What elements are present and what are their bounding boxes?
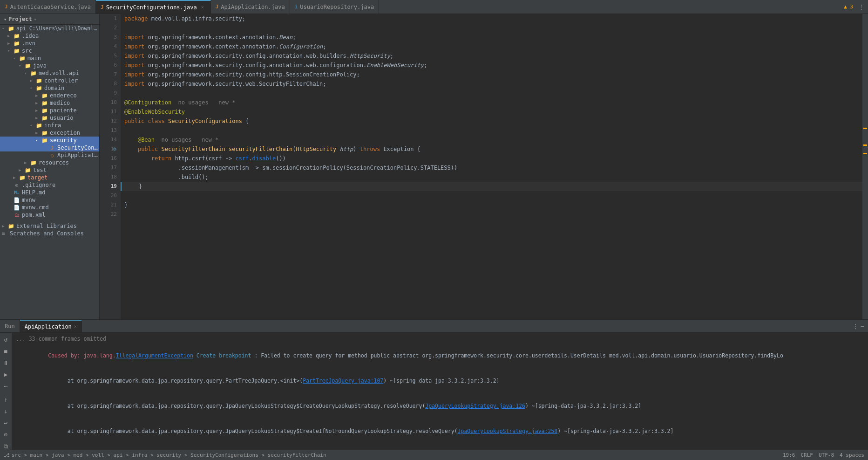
tree-item-pom-xml[interactable]: 🗂 pom.xml — [0, 211, 99, 219]
console-line-stack-2: at org.springframework.data.jpa.reposito… — [16, 393, 864, 419]
editor-scroll-area[interactable]: 1 2 3 4 5 6 7 8 9 10 11 12 13 14 — [100, 14, 868, 319]
tree-item-mvnw-cmd[interactable]: 📄 mvnw.cmd — [0, 204, 99, 211]
rerun-button[interactable]: ↺ — [3, 335, 9, 344]
tree-item-src[interactable]: ▾ 📁 src — [0, 47, 99, 55]
stack-link-3[interactable]: JpaQueryLookupStrategy.java:258 — [458, 428, 558, 434]
tree-item-mvn[interactable]: ▶ 📁 .mvn — [0, 40, 99, 47]
tree-item-security[interactable]: ▾ 📁 security — [0, 137, 99, 144]
folder-icon-target: 📁 — [19, 174, 26, 181]
pause-button[interactable]: ⏸ — [1, 358, 10, 368]
label-idea: .idea — [22, 33, 39, 39]
editor-area: 1 2 3 4 5 6 7 8 9 10 11 12 13 14 — [100, 14, 868, 319]
code-line-1: package med.voll.api.infra.security; — [121, 14, 862, 23]
git-branch-icon: ⎇ — [4, 452, 10, 458]
right-marker-1 — [863, 128, 867, 129]
arrow-api-root: ▾ — [2, 26, 7, 31]
tree-item-med-voll-api[interactable]: ▾ 📁 med.voll.api — [0, 69, 99, 77]
tab-security[interactable]: J SecurityConfigurations.java × — [96, 0, 211, 14]
right-marker-3 — [863, 153, 867, 154]
status-position[interactable]: 19:6 — [783, 452, 795, 458]
label-exception: exception — [50, 130, 80, 136]
tab-usuario-label: UsuarioRepository.java — [300, 4, 374, 10]
resume-button[interactable]: ▶ — [3, 370, 9, 379]
status-encoding[interactable]: UTF-8 — [819, 452, 834, 458]
tree-item-controller[interactable]: ▶ 📁 controller — [0, 77, 99, 84]
tree-item-endereco[interactable]: ▶ 📁 endereco — [0, 92, 99, 99]
console-line-caused-1: Caused by: java.lang.IllegalArgumentExce… — [16, 343, 864, 368]
wrap-button[interactable]: ↩ — [3, 418, 9, 428]
tree-item-mvnw[interactable]: 📄 mvnw — [0, 196, 99, 204]
code-line-14: @Bean no usages new * — [121, 135, 862, 144]
caused-link-1[interactable]: IllegalArgumentException — [116, 352, 193, 359]
console-line-stack-3: at org.springframework.data.jpa.reposito… — [16, 419, 864, 444]
tree-item-main[interactable]: ▾ 📁 main — [0, 55, 99, 62]
scroll-down-button[interactable]: ↓ — [3, 406, 9, 416]
arrow-infra: ▾ — [30, 123, 35, 128]
arrow-java: ▾ — [19, 63, 24, 68]
more-options-icon[interactable]: ⋮ — [853, 323, 858, 330]
label-api-root: api C:\Users\willi\Downloads\api\api — [16, 25, 99, 32]
tab-api[interactable]: J ApiApplication.java — [211, 0, 290, 14]
stop-button[interactable]: ◼ — [3, 346, 9, 356]
tree-item-exception[interactable]: ▶ 📁 exception — [0, 129, 99, 137]
code-line-8: import org.springframework.security.web.… — [121, 79, 862, 89]
info-icon-usuario: i — [295, 4, 298, 10]
tree-item-gitignore[interactable]: ⊙ .gitignore — [0, 181, 99, 189]
tree-item-scratches[interactable]: ≡ Scratches and Consoles — [0, 230, 99, 237]
tree-item-help-md[interactable]: M↓ HELP.md — [0, 189, 99, 196]
filter-button[interactable]: ⊘ — [3, 430, 9, 439]
status-right: 19:6 CRLF UTF-8 4 spaces — [783, 452, 864, 458]
bottom-tab-bar: Run ApiApplication × ⋮ — — [0, 320, 868, 333]
tree-item-resources[interactable]: ▶ 📁 resources — [0, 159, 99, 166]
line-gutter: 1 2 3 4 5 6 7 8 9 10 11 12 13 14 — [100, 14, 121, 319]
tree-item-api-root[interactable]: ▾ 📁 api C:\Users\willi\Downloads\api\api — [0, 25, 99, 32]
gutter-line-19: 19 — [100, 182, 117, 191]
tree-item-api-application[interactable]: ○ ApiApplication — [0, 151, 99, 159]
tree-item-ext-libs[interactable]: ▶ 📁 External Libraries — [0, 222, 99, 230]
code-body[interactable]: package med.voll.api.infra.security; imp… — [121, 14, 862, 319]
tree-item-domain[interactable]: ▾ 📁 domain — [0, 84, 99, 92]
tree-item-test[interactable]: ▶ 📁 test — [0, 166, 99, 174]
tree-item-paciente[interactable]: ▶ 📁 paciente — [0, 107, 99, 114]
tree-item-infra[interactable]: ▾ 📁 infra — [0, 122, 99, 129]
tree-item-idea[interactable]: ▶ 📁 .idea — [0, 32, 99, 40]
tree-item-target[interactable]: ▶ 📁 target — [0, 174, 99, 181]
gutter-line-6: 6 — [100, 61, 117, 70]
more-button[interactable]: ⋯ — [3, 381, 9, 391]
tab-auth[interactable]: J AutenticacaoService.java — [0, 0, 96, 14]
tree-item-security-config[interactable]: J SecurityConfigur... — [0, 144, 99, 151]
bottom-tab-run[interactable]: Run — [0, 320, 20, 332]
editor-scroll-inner[interactable]: 1 2 3 4 5 6 7 8 9 10 11 12 13 14 — [100, 14, 862, 319]
status-indent[interactable]: 4 spaces — [840, 452, 864, 458]
code-line-21: } — [121, 200, 862, 210]
gutter-line-7: 7 — [100, 70, 117, 79]
bottom-tab-close[interactable]: × — [74, 324, 77, 329]
create-breakpoint-1[interactable]: Create breakpoint — [193, 352, 251, 359]
gutter-line-9: 9 — [100, 89, 117, 98]
minimize-icon[interactable]: — — [861, 323, 864, 330]
code-line-22 — [121, 210, 862, 219]
folder-icon-infra: 📁 — [35, 122, 43, 129]
open-external-button[interactable]: ⧉ — [2, 441, 9, 450]
warnings-badge[interactable]: ▲ 3 — [844, 4, 853, 10]
bottom-tab-api[interactable]: ApiApplication × — [20, 320, 82, 332]
tab-security-close[interactable]: × — [199, 4, 206, 11]
scroll-up-button[interactable]: ↑ — [3, 395, 9, 405]
status-line-ending[interactable]: CRLF — [800, 452, 813, 458]
arrow-controller: ▶ — [30, 78, 35, 83]
tree-item-medico[interactable]: ▶ 📁 medico — [0, 99, 99, 107]
expand-icon[interactable]: ⋮ — [859, 4, 864, 10]
stack-link-1[interactable]: PartTreeJpaQuery.java:107 — [303, 378, 383, 384]
status-path[interactable]: src > main > java > med > voll > api > i… — [12, 452, 326, 458]
tab-security-label: SecurityConfigurations.java — [106, 4, 197, 11]
console-output[interactable]: ... 33 common frames omitted Caused by: … — [12, 333, 868, 450]
sidebar-content: ▾ 📁 api C:\Users\willi\Downloads\api\api… — [0, 25, 99, 319]
stack-link-2[interactable]: JpaQueryLookupStrategy.java:126 — [425, 403, 525, 409]
code-line-19: } — [121, 182, 862, 191]
xml-icon-pom: 🗂 — [13, 212, 20, 218]
tab-usuario[interactable]: i UsuarioRepository.java — [290, 0, 380, 14]
tree-item-java[interactable]: ▾ 📁 java — [0, 62, 99, 69]
bottom-spacer — [82, 320, 849, 332]
folder-icon-resources: 📁 — [30, 159, 37, 166]
tree-item-usuario[interactable]: ▶ 📁 usuario — [0, 114, 99, 122]
